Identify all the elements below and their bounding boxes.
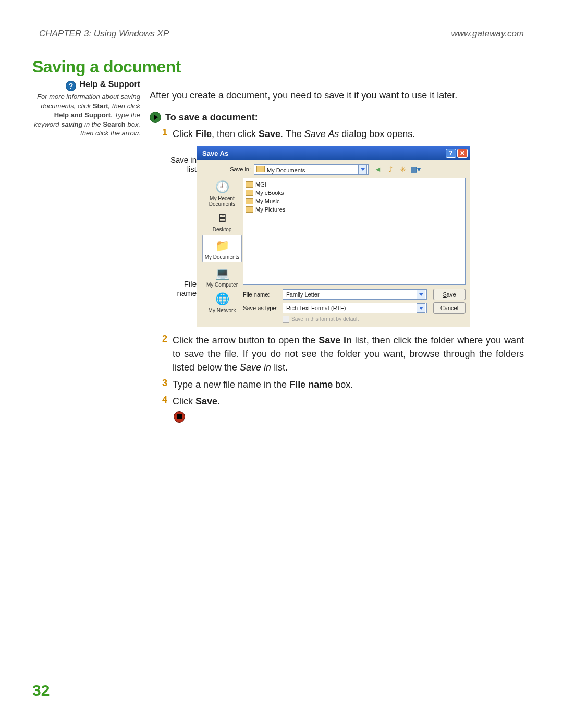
dialog-help-button[interactable]: ? xyxy=(446,149,456,158)
place-mydocs[interactable]: 📁My Documents xyxy=(202,235,242,262)
place-recent[interactable]: 🕘My Recent Documents xyxy=(204,178,240,207)
step-2: 2 Click the arrow button to open the Sav… xyxy=(162,334,524,374)
save-button[interactable]: Save xyxy=(433,289,466,300)
folder-icon xyxy=(246,190,253,196)
procedure-title: To save a document: xyxy=(165,112,258,123)
place-mynet[interactable]: 🌐My Network xyxy=(204,290,240,313)
callout-filename: Filename xyxy=(177,279,197,298)
folder-icon xyxy=(256,166,265,172)
step-num: 4 xyxy=(162,394,173,405)
step-text: Click the arrow button to open the Save … xyxy=(173,334,524,374)
step-num: 2 xyxy=(162,334,173,344)
step-3: 3 Type a new file name in the File name … xyxy=(162,378,524,391)
dialog-title: Save As xyxy=(202,150,228,157)
stop-icon xyxy=(174,411,185,423)
chevron-down-icon[interactable] xyxy=(417,303,425,313)
back-icon[interactable]: ◄ xyxy=(374,165,382,174)
list-item[interactable]: My Pictures xyxy=(246,205,463,214)
chevron-down-icon[interactable] xyxy=(417,290,425,299)
views-icon[interactable]: ▦▾ xyxy=(411,165,420,174)
screenshot: Save inlist Filename Save As ? ✕ xyxy=(150,146,524,327)
new-folder-icon[interactable]: ✳ xyxy=(399,165,407,174)
step-1: 1 Click File, then click Save. The Save … xyxy=(162,127,524,141)
chapter-label: CHAPTER 3: Using Windows XP xyxy=(39,29,169,39)
chevron-down-icon[interactable] xyxy=(358,165,367,174)
intro-text: After you create a document, you need to… xyxy=(150,89,524,102)
page-title: Saving a document xyxy=(32,57,563,77)
savein-dropdown[interactable]: My Documents xyxy=(254,164,369,175)
step-text: Click Save. xyxy=(173,394,220,408)
help-body: For more information about saving docume… xyxy=(32,92,140,138)
filename-label: File name: xyxy=(243,291,279,298)
list-item[interactable]: My Music xyxy=(246,197,463,205)
cancel-button[interactable]: Cancel xyxy=(433,302,466,314)
file-list[interactable]: MGI My eBooks My Music My Pictures xyxy=(243,178,466,285)
page-number: 32 xyxy=(32,682,50,699)
folder-icon xyxy=(246,198,253,204)
savein-label: Save in: xyxy=(227,166,251,172)
help-sidebar: ? Help & Support For more information ab… xyxy=(32,80,150,138)
step-4: 4 Click Save. xyxy=(162,394,524,408)
place-mycomp[interactable]: 💻My Computer xyxy=(204,264,240,288)
savetype-dropdown[interactable]: Rich Text Format (RTF) xyxy=(283,303,427,313)
savetype-label: Save as type: xyxy=(243,305,279,311)
save-as-dialog: Save As ? ✕ Save in: My Documents xyxy=(197,146,470,327)
play-icon xyxy=(150,112,161,123)
list-item[interactable]: My eBooks xyxy=(246,189,463,197)
step-text: Click File, then click Save. The Save As… xyxy=(173,127,415,141)
help-icon: ? xyxy=(66,81,76,91)
step-num: 1 xyxy=(162,127,173,138)
list-item[interactable]: MGI xyxy=(246,180,463,189)
step-text: Type a new file name in the File name bo… xyxy=(173,378,353,391)
folder-icon xyxy=(246,206,253,213)
help-heading: Help & Support xyxy=(80,80,140,89)
site-label: www.gateway.com xyxy=(451,29,524,39)
folder-icon xyxy=(246,181,253,188)
places-bar: 🕘My Recent Documents 🖥Desktop 📁My Docume… xyxy=(201,178,243,323)
dialog-close-button[interactable]: ✕ xyxy=(457,149,468,158)
up-folder-icon[interactable]: ⤴ xyxy=(386,165,395,174)
filename-input[interactable]: Family Letter xyxy=(283,289,427,300)
default-format-checkbox[interactable]: Save in this format by default xyxy=(283,316,466,323)
place-desktop[interactable]: 🖥Desktop xyxy=(204,209,240,232)
step-num: 3 xyxy=(162,378,173,389)
